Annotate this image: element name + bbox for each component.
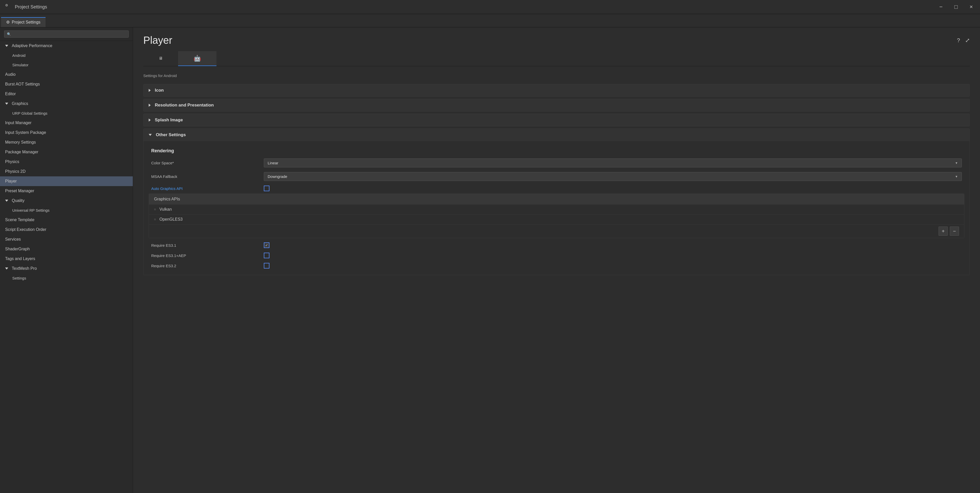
msaa-fallback-dropdown[interactable]: Downgrade ▼	[264, 172, 962, 181]
sidebar-item-audio[interactable]: Audio	[0, 70, 133, 79]
platform-tab-pc[interactable]: 🖥	[143, 51, 178, 66]
sidebar-item-label: Burst AOT Settings	[5, 82, 40, 86]
drag-handle-icon: ≡	[154, 207, 156, 211]
sidebar-item-burst-aot[interactable]: Burst AOT Settings	[0, 79, 133, 89]
expand-button[interactable]: ⤢	[965, 37, 970, 44]
sidebar-item-textmesh-pro[interactable]: TextMesh Pro	[0, 264, 133, 273]
content-area: Player ? ⤢ 🖥 🤖 Settings for Android Icon	[133, 27, 980, 493]
sidebar-item-label: Android	[12, 53, 25, 57]
sidebar-item-tags-layers[interactable]: Tags and Layers	[0, 254, 133, 264]
section-resolution: Resolution and Presentation	[143, 99, 970, 112]
sidebar-item-label: Input System Package	[5, 130, 46, 135]
sidebar-item-editor[interactable]: Editor	[0, 89, 133, 99]
add-api-button[interactable]: +	[939, 227, 948, 236]
title-bar-title: Project Settings	[15, 4, 47, 10]
sidebar-item-label: Graphics	[12, 101, 28, 106]
field-color-space: Color Space* Linear ▼	[149, 156, 964, 170]
checkmark-icon: ✓	[265, 243, 268, 247]
close-button[interactable]: ×	[967, 3, 975, 11]
sidebar-item-universal-rp[interactable]: Universal RP Settings	[0, 206, 133, 215]
platform-tab-android[interactable]: 🤖	[178, 51, 216, 66]
require-es31-aep-label: Require ES3.1+AEP	[151, 254, 259, 258]
sidebar-item-scene-template[interactable]: Scene Template	[0, 215, 133, 225]
opengles3-label: OpenGLES3	[159, 217, 183, 222]
tab-icon: ⚙	[6, 20, 10, 25]
section-other-body: Rendering Color Space* Linear ▼	[143, 141, 969, 275]
sidebar-item-script-execution[interactable]: Script Execution Order	[0, 225, 133, 235]
sidebar-item-label: Universal RP Settings	[12, 208, 49, 212]
collapse-icon	[149, 89, 151, 92]
sidebar-item-services[interactable]: Services	[0, 235, 133, 244]
sidebar-item-label: Scene Template	[5, 218, 34, 222]
sidebar-item-label: URP Global Settings	[12, 111, 47, 115]
remove-api-button[interactable]: −	[950, 227, 959, 236]
require-es31-checkbox[interactable]: ✓	[264, 243, 269, 248]
project-settings-tab[interactable]: ⚙ Project Settings	[1, 17, 46, 27]
tab-label: Project Settings	[12, 20, 40, 25]
require-es31-value: ✓	[264, 243, 962, 248]
auto-graphics-api-checkbox[interactable]	[264, 185, 269, 191]
sidebar-item-preset-manager[interactable]: Preset Manager	[0, 186, 133, 196]
section-other-header[interactable]: Other Settings	[143, 129, 969, 141]
sidebar-item-memory-settings[interactable]: Memory Settings	[0, 137, 133, 147]
section-resolution-header[interactable]: Resolution and Presentation	[143, 99, 969, 111]
sidebar-item-player[interactable]: Player	[0, 176, 133, 186]
field-require-es31-aep: Require ES3.1+AEP	[149, 250, 964, 260]
sidebar-item-label: Script Execution Order	[5, 227, 46, 232]
search-input[interactable]	[13, 32, 126, 36]
sidebar-item-input-manager[interactable]: Input Manager	[0, 118, 133, 128]
dropdown-arrow-2: ▼	[955, 175, 958, 179]
maximize-button[interactable]: □	[952, 3, 960, 11]
sidebar-item-label: Physics	[5, 160, 19, 164]
sidebar-item-settings[interactable]: Settings	[0, 273, 133, 283]
sidebar-item-android[interactable]: Android	[0, 51, 133, 60]
sidebar: 🔍 Adaptive Performance Android Simulator…	[0, 27, 133, 493]
collapse-icon	[149, 134, 152, 136]
apis-footer: + −	[149, 225, 964, 238]
sidebar-item-urp-global[interactable]: URP Global Settings	[0, 108, 133, 118]
collapse-icon	[149, 104, 151, 107]
sidebar-item-label: Physics 2D	[5, 169, 25, 174]
search-icon: 🔍	[7, 32, 11, 36]
expand-icon	[5, 103, 8, 105]
require-es32-checkbox[interactable]	[264, 263, 269, 268]
pc-icon: 🖥	[159, 56, 163, 61]
sidebar-item-physics-2d[interactable]: Physics 2D	[0, 167, 133, 176]
section-other-settings: Other Settings Rendering Color Space* Li…	[143, 129, 970, 275]
sidebar-item-label: Services	[5, 237, 21, 242]
sidebar-item-input-system[interactable]: Input System Package	[0, 128, 133, 137]
expand-icon	[5, 199, 8, 202]
dropdown-arrow: ▼	[955, 161, 958, 165]
graphics-api-item-vulkan: ≡ Vulkan	[149, 204, 964, 214]
sidebar-item-graphics[interactable]: Graphics	[0, 99, 133, 108]
auto-graphics-api-label[interactable]: Auto Graphics API	[151, 186, 259, 191]
sidebar-item-adaptive-performance[interactable]: Adaptive Performance	[0, 41, 133, 51]
sidebar-item-physics[interactable]: Physics	[0, 157, 133, 167]
section-icon-header[interactable]: Icon	[143, 84, 969, 96]
sidebar-item-quality[interactable]: Quality	[0, 196, 133, 206]
tab-bar: ⚙ Project Settings	[0, 14, 980, 27]
section-icon: Icon	[143, 84, 970, 97]
minimize-button[interactable]: −	[937, 3, 945, 11]
sidebar-item-label: Settings	[12, 276, 26, 280]
settings-for-label: Settings for Android	[143, 72, 970, 80]
page-title: Player	[143, 35, 172, 46]
sidebar-item-simulator[interactable]: Simulator	[0, 60, 133, 70]
help-button[interactable]: ?	[957, 37, 960, 44]
search-wrap[interactable]: 🔍	[4, 30, 129, 38]
sidebar-item-label: Quality	[12, 198, 25, 203]
sidebar-item-package-manager[interactable]: Package Manager	[0, 147, 133, 157]
expand-icon	[5, 268, 8, 270]
sidebar-item-label: Memory Settings	[5, 140, 36, 145]
require-es31-aep-checkbox[interactable]	[264, 253, 269, 258]
field-require-es32: Require ES3.2	[149, 260, 964, 271]
color-space-dropdown[interactable]: Linear ▼	[264, 158, 962, 168]
section-splash-label: Splash Image	[155, 118, 183, 123]
field-require-es31: Require ES3.1 ✓	[149, 240, 964, 250]
color-space-selected: Linear	[268, 161, 278, 165]
content-header: Player ? ⤢	[133, 27, 980, 51]
settings-body: Settings for Android Icon Resolution and…	[133, 66, 980, 282]
search-bar: 🔍	[0, 27, 133, 41]
sidebar-item-shadergraph[interactable]: ShaderGraph	[0, 244, 133, 254]
section-splash-header[interactable]: Splash Image	[143, 114, 969, 126]
